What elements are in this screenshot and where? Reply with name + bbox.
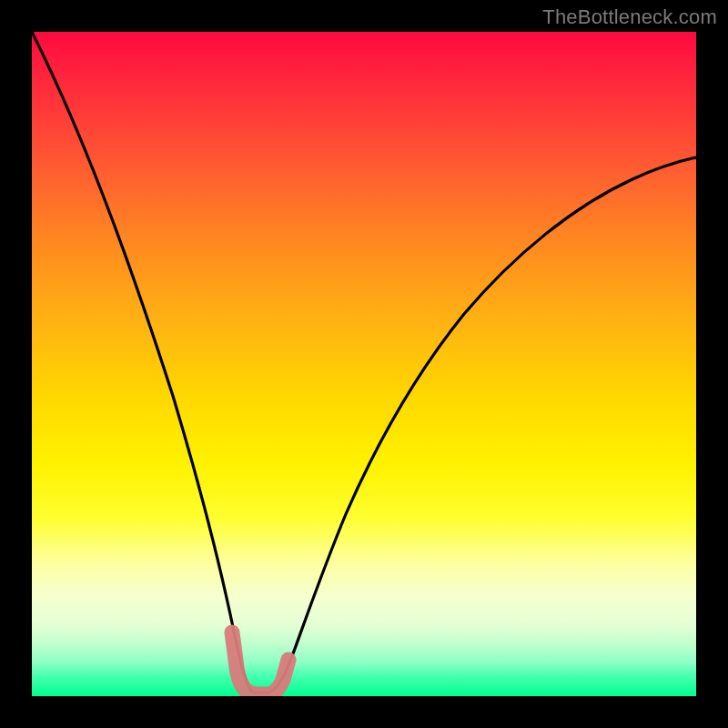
watermark-text: TheBottleneck.com xyxy=(542,5,717,29)
chart-frame: TheBottleneck.com xyxy=(0,0,728,728)
chart-svg xyxy=(32,32,696,696)
bottleneck-curve xyxy=(32,32,696,693)
chart-plot-area xyxy=(32,32,696,696)
optimal-range-marker xyxy=(232,632,288,694)
